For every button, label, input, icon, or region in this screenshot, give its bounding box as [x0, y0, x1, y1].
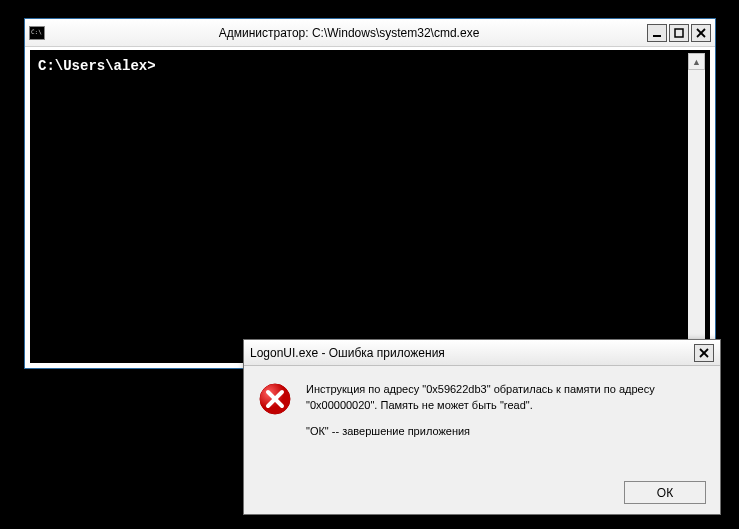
minimize-button[interactable]	[647, 24, 667, 42]
error-icon	[258, 382, 292, 416]
close-button[interactable]	[694, 344, 714, 362]
cmd-window-title: Администратор: C:\Windows\system32\cmd.e…	[51, 26, 647, 40]
scroll-track[interactable]	[688, 70, 705, 341]
scroll-up-button[interactable]: ▲	[688, 53, 705, 70]
cmd-window: Администратор: C:\Windows\system32\cmd.e…	[24, 18, 716, 369]
scrollbar-vertical[interactable]: ▲ ▼	[688, 53, 705, 358]
cmd-prompt: C:\Users\alex>	[38, 58, 156, 74]
cmd-output-area: C:\Users\alex>	[36, 54, 686, 359]
svg-rect-1	[675, 29, 683, 37]
dialog-footer: ОК	[624, 481, 706, 504]
dialog-titlebar[interactable]: LogonUI.exe - Ошибка приложения	[244, 340, 720, 366]
cmd-body[interactable]: C:\Users\alex> ▲ ▼	[25, 47, 715, 368]
cmd-icon	[29, 26, 45, 40]
close-button[interactable]	[691, 24, 711, 42]
ok-button[interactable]: ОК	[624, 481, 706, 504]
cmd-titlebar[interactable]: Администратор: C:\Windows\system32\cmd.e…	[25, 19, 715, 47]
error-dialog: LogonUI.exe - Ошибка приложения Инструкц	[243, 339, 721, 515]
dialog-title: LogonUI.exe - Ошибка приложения	[250, 346, 694, 360]
maximize-button[interactable]	[669, 24, 689, 42]
dialog-message: Инструкция по адресу "0x59622db3" обрати…	[306, 382, 706, 450]
window-controls	[647, 24, 711, 42]
dialog-body: Инструкция по адресу "0x59622db3" обрати…	[244, 366, 720, 460]
dialog-message-line1: Инструкция по адресу "0x59622db3" обрати…	[306, 382, 706, 414]
dialog-message-line2: "ОК" -- завершение приложения	[306, 424, 706, 440]
